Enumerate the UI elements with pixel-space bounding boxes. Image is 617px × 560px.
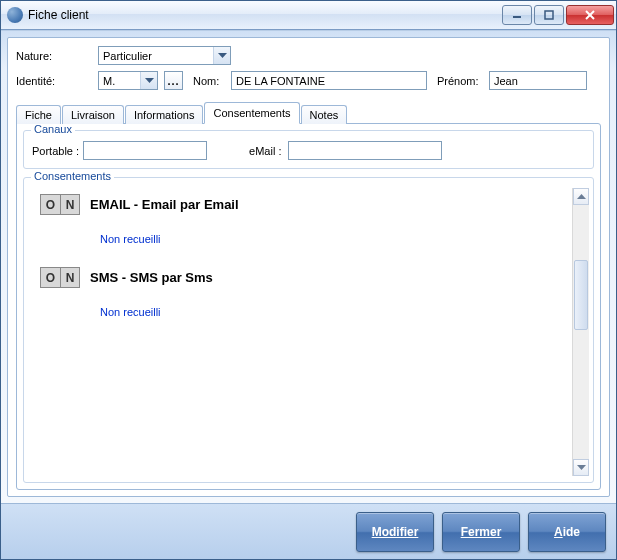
tab-livraison[interactable]: Livraison — [62, 105, 124, 124]
titlebar[interactable]: Fiche client — [1, 1, 616, 30]
group-canaux: Canaux Portable : eMail : — [23, 130, 594, 169]
nature-value: Particulier — [99, 50, 213, 62]
scroll-down-button[interactable] — [573, 459, 589, 476]
chevron-down-icon[interactable] — [140, 72, 157, 89]
close-button[interactable] — [566, 5, 614, 25]
nom-label: Nom: — [193, 75, 227, 87]
portable-label: Portable : — [32, 145, 79, 157]
portable-input[interactable] — [83, 141, 207, 160]
aide-button[interactable]: Aide — [528, 512, 606, 552]
tab-notes[interactable]: Notes — [301, 105, 348, 124]
chevron-down-icon[interactable] — [213, 47, 230, 64]
prenom-input[interactable] — [489, 71, 587, 90]
scroll-up-button[interactable] — [573, 188, 589, 205]
tab-informations[interactable]: Informations — [125, 105, 204, 124]
toggle-non[interactable]: N — [60, 195, 79, 214]
window: Fiche client Nature: Particulier — [0, 0, 617, 560]
tab-consentements[interactable]: Consentements — [204, 102, 299, 124]
svg-marker-4 — [218, 53, 227, 58]
scrollbar[interactable] — [572, 188, 589, 476]
row-identite: Identité: M. ... Nom: Prénom: — [16, 71, 601, 90]
maximize-button[interactable] — [534, 5, 564, 25]
scroll-thumb[interactable] — [574, 260, 588, 330]
identite-browse-button[interactable]: ... — [164, 71, 183, 90]
toggle-non[interactable]: N — [60, 268, 79, 287]
identite-combo[interactable]: M. — [98, 71, 158, 90]
tab-panel-consentements: Canaux Portable : eMail : Consentements — [16, 123, 601, 490]
consentements-legend: Consentements — [31, 170, 114, 182]
identite-value: M. — [99, 75, 140, 87]
consent-item: O N SMS - SMS par Sms Non recueilli — [40, 267, 568, 318]
email-input[interactable] — [288, 141, 442, 160]
consent-item: O N EMAIL - Email par Email Non recueill… — [40, 194, 568, 245]
group-consentements: Consentements O N EMAIL - Ema — [23, 177, 594, 483]
app-icon — [7, 7, 23, 23]
nom-input[interactable] — [231, 71, 427, 90]
minimize-button[interactable] — [502, 5, 532, 25]
svg-marker-7 — [577, 465, 586, 470]
ellipsis-icon: ... — [167, 75, 179, 87]
consent-toggle[interactable]: O N — [40, 267, 80, 288]
fermer-button[interactable]: Fermer — [442, 512, 520, 552]
svg-marker-5 — [145, 78, 154, 83]
email-label: eMail : — [249, 145, 281, 157]
client-area: Nature: Particulier Identité: M. — [1, 30, 616, 503]
canaux-legend: Canaux — [31, 123, 75, 135]
identite-label: Identité: — [16, 75, 94, 87]
toggle-oui[interactable]: O — [41, 268, 60, 287]
button-bar: Modifier Fermer Aide — [1, 503, 616, 559]
modifier-button[interactable]: Modifier — [356, 512, 434, 552]
scroll-track[interactable] — [573, 205, 589, 459]
prenom-label: Prénom: — [437, 75, 485, 87]
svg-marker-6 — [577, 194, 586, 199]
tab-fiche[interactable]: Fiche — [16, 105, 61, 124]
consent-toggle[interactable]: O N — [40, 194, 80, 215]
row-nature: Nature: Particulier — [16, 46, 601, 65]
nature-label: Nature: — [16, 50, 94, 62]
toggle-oui[interactable]: O — [41, 195, 60, 214]
content-panel: Nature: Particulier Identité: M. — [7, 37, 610, 497]
consent-status: Non recueilli — [100, 233, 568, 245]
window-controls — [500, 5, 614, 25]
consent-title: EMAIL - Email par Email — [90, 197, 239, 212]
tabs: Fiche Livraison Informations Consentemen… — [16, 102, 601, 123]
nature-combo[interactable]: Particulier — [98, 46, 231, 65]
window-title: Fiche client — [28, 8, 89, 22]
svg-rect-1 — [545, 11, 553, 19]
consent-title: SMS - SMS par Sms — [90, 270, 213, 285]
consent-list: O N EMAIL - Email par Email Non recueill… — [32, 188, 572, 476]
consent-status: Non recueilli — [100, 306, 568, 318]
